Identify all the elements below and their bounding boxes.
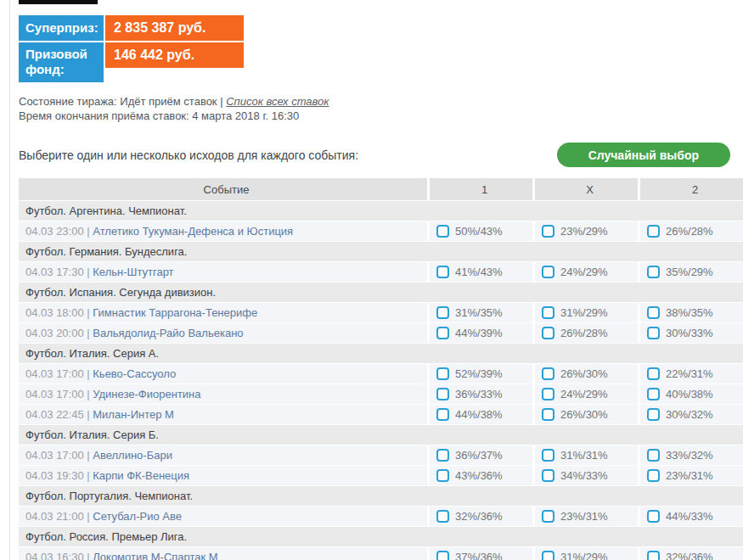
outcome-cell-1[interactable]: 50%/43%	[430, 221, 532, 241]
outcome-percentages: 23%/29%	[560, 225, 608, 238]
outcome-checkbox[interactable]	[647, 388, 660, 400]
event-match-link[interactable]: Гимнастик Таррагона-Тенерифе	[93, 306, 257, 319]
section-header-row: Футбол. Италия. Серия Б.	[19, 425, 743, 445]
outcome-checkbox[interactable]	[647, 225, 660, 238]
outcome-cell-x[interactable]: 26%/30%	[535, 364, 638, 384]
outcome-checkbox[interactable]	[542, 469, 554, 482]
outcome-checkbox[interactable]	[542, 551, 554, 560]
outcome-checkbox[interactable]	[436, 306, 449, 319]
event-title-cell: 04.03 16:30 | Локомотив М-Спартак М	[19, 547, 427, 560]
event-match-link[interactable]: Удинезе-Фиорентина	[93, 388, 200, 400]
outcome-checkbox[interactable]	[542, 367, 554, 380]
outcome-checkbox[interactable]	[436, 388, 449, 400]
event-match-link[interactable]: Локомотив М-Спартак М	[93, 551, 217, 560]
outcome-percentages: 35%/29%	[666, 266, 713, 278]
outcome-checkbox[interactable]	[436, 469, 449, 482]
event-match-link[interactable]: Атлетико Тукуман-Дефенса и Юстиция	[93, 225, 293, 238]
outcome-percentages: 36%/37%	[455, 449, 503, 462]
outcome-checkbox[interactable]	[436, 551, 449, 560]
outcome-checkbox[interactable]	[542, 266, 554, 278]
event-match-link[interactable]: Карпи ФК-Венеция	[93, 469, 189, 482]
outcome-checkbox[interactable]	[436, 225, 449, 238]
outcome-checkbox[interactable]	[542, 225, 554, 238]
outcome-cell-1[interactable]: 43%/36%	[430, 466, 532, 485]
event-title-cell: 04.03 23:00 | Атлетико Тукуман-Дефенса и…	[19, 221, 427, 241]
event-row: 04.03 17:00 | Авеллино-Бари36%/37%31%/31…	[19, 445, 743, 465]
outcome-checkbox[interactable]	[647, 510, 660, 523]
event-match-link[interactable]: Вальядолид-Райо Вальекано	[93, 327, 243, 339]
event-match-link[interactable]: Кельн-Штутгарт	[93, 266, 173, 278]
outcome-cell-x[interactable]: 23%/31%	[535, 507, 638, 526]
outcome-checkbox[interactable]	[436, 449, 449, 462]
outcome-checkbox[interactable]	[647, 367, 660, 380]
outcome-checkbox[interactable]	[647, 408, 660, 421]
outcome-checkbox[interactable]	[436, 327, 449, 339]
outcome-checkbox[interactable]	[436, 510, 449, 523]
outcome-checkbox[interactable]	[542, 306, 554, 319]
outcome-percentages: 34%/33%	[560, 469, 608, 482]
event-row: 04.03 18:00 | Гимнастик Таррагона-Тенери…	[19, 303, 743, 322]
outcome-cell-2[interactable]: 23%/31%	[640, 466, 743, 485]
outcome-percentages: 40%/38%	[666, 388, 713, 400]
outcome-percentages: 30%/33%	[666, 327, 713, 339]
outcome-cell-1[interactable]: 44%/39%	[430, 323, 532, 343]
outcome-checkbox[interactable]	[542, 408, 554, 421]
outcome-cell-2[interactable]: 26%/28%	[640, 221, 743, 241]
event-match-link[interactable]: Кьево-Сассуоло	[93, 367, 176, 380]
outcome-cell-x[interactable]: 31%/29%	[535, 303, 638, 322]
event-match-link[interactable]: Милан-Интер М	[93, 408, 174, 421]
outcome-cell-1[interactable]: 36%/37%	[430, 445, 532, 465]
outcome-cell-2[interactable]: 44%/33%	[640, 507, 743, 526]
outcome-cell-x[interactable]: 26%/30%	[535, 405, 638, 424]
random-pick-button[interactable]: Случайный выбор	[557, 143, 730, 167]
event-match-link[interactable]: Сетубал-Рио Аве	[93, 510, 182, 523]
outcome-checkbox[interactable]	[542, 388, 554, 400]
outcome-checkbox[interactable]	[436, 408, 449, 421]
instruction-text: Выберите один или несколько исходов для …	[19, 148, 358, 162]
section-header-row: Футбол. Германия. Бундеслига.	[19, 242, 743, 261]
outcome-cell-2[interactable]: 30%/32%	[640, 405, 743, 424]
events-table-body: Футбол. Аргентина. Чемпионат.04.03 23:00…	[19, 201, 743, 560]
outcome-percentages: 44%/39%	[455, 327, 503, 339]
outcome-checkbox[interactable]	[542, 327, 554, 339]
outcome-cell-1[interactable]: 41%/43%	[430, 262, 532, 282]
outcome-cell-x[interactable]: 31%/31%	[535, 445, 638, 465]
outcome-percentages: 26%/30%	[560, 367, 608, 380]
outcome-cell-x[interactable]: 23%/29%	[535, 221, 638, 241]
outcome-cell-x[interactable]: 24%/29%	[535, 262, 638, 282]
outcome-cell-2[interactable]: 22%/31%	[640, 364, 743, 384]
outcome-percentages: 30%/32%	[666, 408, 713, 421]
all-bets-link[interactable]: Список всех ставок	[226, 95, 329, 108]
event-datetime: 04.03 16:30 |	[25, 551, 93, 560]
outcome-checkbox[interactable]	[436, 367, 449, 380]
outcome-checkbox[interactable]	[542, 449, 554, 462]
outcome-cell-2[interactable]: 30%/33%	[640, 323, 743, 343]
outcome-cell-2[interactable]: 35%/29%	[640, 262, 743, 282]
outcome-cell-x[interactable]: 26%/28%	[535, 323, 638, 343]
outcome-cell-1[interactable]: 31%/35%	[430, 303, 532, 322]
outcome-percentages: 31%/29%	[560, 306, 608, 319]
outcome-checkbox[interactable]	[542, 510, 554, 523]
outcome-checkbox[interactable]	[647, 469, 660, 482]
outcome-cell-2[interactable]: 38%/35%	[640, 303, 743, 322]
outcome-cell-1[interactable]: 32%/36%	[430, 507, 532, 526]
event-match-link[interactable]: Авеллино-Бари	[93, 449, 172, 462]
outcome-cell-2[interactable]: 33%/32%	[640, 445, 743, 465]
outcome-cell-x[interactable]: 24%/29%	[535, 384, 638, 404]
outcome-cell-2[interactable]: 32%/36%	[640, 547, 743, 560]
outcome-cell-1[interactable]: 44%/38%	[430, 405, 532, 424]
outcome-checkbox[interactable]	[436, 266, 449, 278]
outcome-cell-2[interactable]: 40%/38%	[640, 384, 743, 404]
outcome-checkbox[interactable]	[647, 306, 660, 319]
outcome-checkbox[interactable]	[647, 266, 660, 278]
event-title-cell: 04.03 17:00 | Удинезе-Фиорентина	[19, 384, 427, 404]
outcome-cell-x[interactable]: 31%/29%	[535, 547, 638, 560]
outcome-checkbox[interactable]	[647, 551, 660, 560]
outcome-percentages: 23%/31%	[666, 469, 713, 482]
outcome-checkbox[interactable]	[647, 449, 660, 462]
outcome-cell-1[interactable]: 52%/39%	[430, 364, 532, 384]
outcome-cell-1[interactable]: 37%/36%	[430, 547, 532, 560]
outcome-cell-1[interactable]: 36%/33%	[430, 384, 532, 404]
outcome-checkbox[interactable]	[647, 327, 660, 339]
outcome-cell-x[interactable]: 34%/33%	[535, 466, 638, 485]
